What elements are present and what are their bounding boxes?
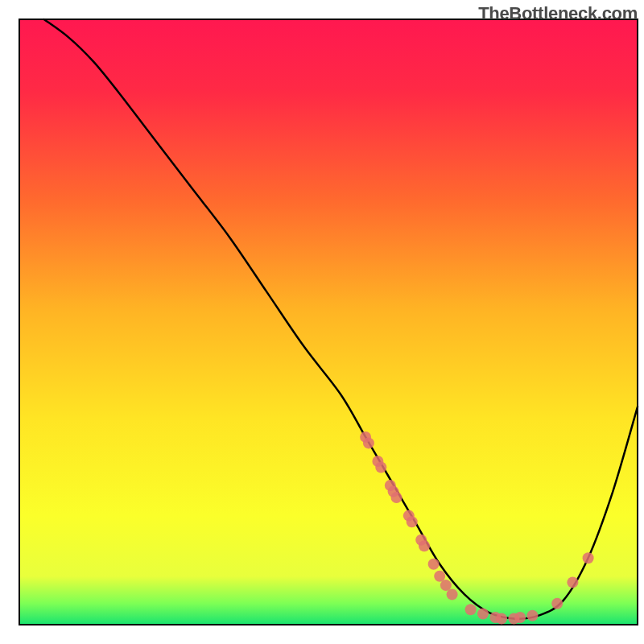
data-point — [428, 559, 440, 570]
data-point — [477, 609, 489, 620]
data-point — [391, 492, 402, 503]
data-point — [407, 516, 418, 527]
plot-background — [19, 19, 638, 625]
data-point — [567, 576, 578, 588]
data-point — [526, 610, 538, 621]
bottleneck-chart — [0, 0, 644, 644]
data-point — [419, 540, 430, 551]
data-point — [465, 604, 477, 615]
data-point — [583, 552, 594, 564]
data-point — [514, 612, 526, 623]
data-point — [447, 588, 458, 600]
data-point — [363, 437, 374, 448]
data-point — [496, 613, 507, 625]
data-point — [375, 462, 386, 473]
chart-frame: TheBottleneck.com — [0, 0, 644, 644]
watermark-text: TheBottleneck.com — [478, 3, 638, 24]
data-point — [551, 598, 563, 609]
